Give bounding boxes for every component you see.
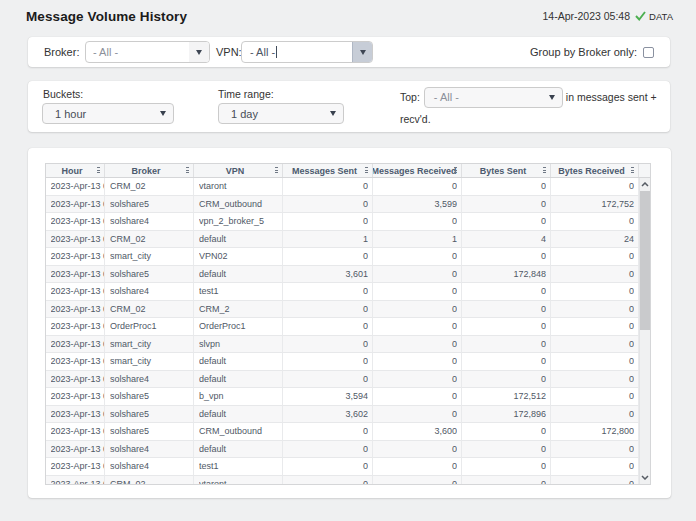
controls-bar: Buckets: 1 hour Time range: 1 day Top:- … [28, 81, 670, 132]
group-by-label: Group by Broker only: [530, 46, 637, 58]
cell-text: OrderProc1 [110, 321, 191, 331]
scrollbar-thumb[interactable] [640, 191, 650, 330]
column-menu-icon[interactable] [454, 167, 458, 174]
column-title: Hour [62, 166, 89, 176]
cell-text: 2023-Apr-13 0 [51, 444, 105, 454]
column-menu-icon[interactable] [543, 167, 547, 174]
column-header-broker[interactable]: Broker [105, 164, 194, 177]
table-row[interactable]: 2023-Apr-13 0solshare4test10000 [46, 458, 650, 476]
table-cell: 0 [373, 441, 462, 459]
table-row[interactable]: 2023-Apr-13 0CRM_02vtaront0000 [46, 178, 650, 196]
cell-text: 0 [551, 321, 634, 331]
table-cell: vtaront [194, 178, 283, 196]
column-header-hour[interactable]: Hour [46, 164, 105, 177]
table-row[interactable]: 2023-Apr-13 0solshare4default0000 [46, 371, 650, 389]
column-header-messages-received[interactable]: Messages Received [373, 164, 462, 177]
table-cell: 0 [551, 441, 639, 459]
column-header-bytes-sent[interactable]: Bytes Sent [462, 164, 551, 177]
table-scrollbar[interactable] [639, 178, 650, 484]
table-row[interactable]: 2023-Apr-13 0smart_cityVPN020000 [46, 248, 650, 266]
broker-input[interactable] [86, 42, 189, 62]
table-cell: smart_city [105, 353, 194, 371]
cell-text: 0 [373, 356, 457, 366]
table-cell: 0 [283, 178, 373, 196]
table-cell: 2023-Apr-13 0 [46, 353, 105, 371]
cell-text: 0 [373, 391, 457, 401]
cell-text: smart_city [110, 339, 191, 349]
column-menu-icon[interactable] [186, 167, 190, 174]
cell-text: 0 [283, 321, 368, 331]
table-row[interactable]: 2023-Apr-13 0solshare5default3,6010172,8… [46, 266, 650, 284]
table-cell: vpn_2_broker_5 [194, 213, 283, 231]
table-row[interactable]: 2023-Apr-13 0CRM_02default11424 [46, 231, 650, 249]
table-cell: default [194, 441, 283, 459]
table-cell: 1 [283, 231, 373, 249]
vpn-input[interactable] [242, 42, 352, 62]
table-row[interactable]: 2023-Apr-13 0OrderProc1OrderProc10000 [46, 318, 650, 336]
table-cell: 0 [551, 213, 639, 231]
cell-text: solshare4 [110, 444, 191, 454]
broker-dropdown-button[interactable] [189, 42, 209, 62]
column-header-bytes-received[interactable]: Bytes Received [551, 164, 639, 177]
top-select[interactable]: - All - [424, 87, 563, 108]
column-menu-icon[interactable] [97, 167, 101, 174]
group-by-checkbox[interactable] [643, 47, 654, 58]
table-cell: 0 [462, 423, 551, 441]
table-cell: solshare5 [105, 266, 194, 284]
top-group: Top:- All -in messages sent + recv'd. [400, 87, 672, 129]
table-row[interactable]: 2023-Apr-13 0solshare5default3,6020172,8… [46, 406, 650, 424]
table-row[interactable]: 2023-Apr-13 0CRM_02CRM_20000 [46, 301, 650, 319]
table-cell: 0 [551, 388, 639, 406]
table-row[interactable]: 2023-Apr-13 0solshare5CRM_outbound03,600… [46, 423, 650, 441]
table-cell: 0 [462, 353, 551, 371]
cell-text: 24 [551, 234, 634, 244]
buckets-select[interactable]: 1 hour [42, 103, 174, 124]
cell-text: default [199, 356, 280, 366]
column-menu-icon[interactable] [365, 167, 369, 174]
table-cell: 172,896 [462, 406, 551, 424]
cell-text: solshare4 [110, 461, 191, 471]
table-cell: 0 [551, 283, 639, 301]
cell-text: 0 [283, 479, 368, 484]
scroll-up-button[interactable] [640, 178, 650, 191]
chevron-down-icon [641, 475, 649, 480]
table-cell: solshare4 [105, 458, 194, 476]
table-row[interactable]: 2023-Apr-13 0smart_citydefault0000 [46, 353, 650, 371]
broker-combobox[interactable] [85, 41, 210, 63]
filter-bar: Broker: VPN: - All - Group by Broker onl… [28, 37, 670, 67]
table-cell: 2023-Apr-13 0 [46, 406, 105, 424]
grid-body: 2023-Apr-13 0CRM_02vtaront00002023-Apr-1… [46, 178, 650, 484]
time-range-select[interactable]: 1 day [218, 103, 344, 124]
table-row[interactable]: 2023-Apr-13 0solshare5CRM_outbound03,599… [46, 196, 650, 214]
column-header-vpn[interactable]: VPN [194, 164, 283, 177]
cell-text: 0 [462, 216, 546, 226]
table-cell: 2023-Apr-13 0 [46, 301, 105, 319]
cell-text: 0 [462, 286, 546, 296]
vpn-dropdown-button[interactable] [352, 42, 372, 62]
vpn-combobox[interactable]: - All - [241, 41, 373, 63]
table-row[interactable]: 2023-Apr-13 0solshare4default0000 [46, 441, 650, 459]
column-menu-icon[interactable] [275, 167, 279, 174]
table-row[interactable]: 2023-Apr-13 0solshare4vpn_2_broker_50000 [46, 213, 650, 231]
table-cell: solshare4 [105, 283, 194, 301]
table-row[interactable]: 2023-Apr-13 0smart_cityslvpn0000 [46, 336, 650, 354]
table-cell: 0 [551, 353, 639, 371]
scroll-down-button[interactable] [640, 471, 650, 484]
cell-text: 3,602 [283, 409, 368, 419]
cell-text: 0 [283, 356, 368, 366]
table-cell: solshare5 [105, 196, 194, 214]
grid-header: HourBrokerVPNMessages SentMessages Recei… [46, 164, 650, 178]
column-title: Messages Sent [292, 166, 363, 176]
cell-text: CRM_outbound [199, 426, 280, 436]
column-menu-icon[interactable] [631, 167, 635, 174]
table-cell: 0 [373, 458, 462, 476]
table-row[interactable]: 2023-Apr-13 0solshare5b_vpn3,5940172,512… [46, 388, 650, 406]
cell-text: CRM_outbound [199, 199, 280, 209]
table-cell: solshare4 [105, 371, 194, 389]
table-cell: 0 [551, 371, 639, 389]
table-row[interactable]: 2023-Apr-13 0CRM_02vtaront0000 [46, 476, 650, 485]
cell-text: CRM_02 [110, 181, 191, 191]
column-header-messages-sent[interactable]: Messages Sent [283, 164, 373, 177]
table-row[interactable]: 2023-Apr-13 0solshare4test10000 [46, 283, 650, 301]
cell-text: solshare5 [110, 426, 191, 436]
